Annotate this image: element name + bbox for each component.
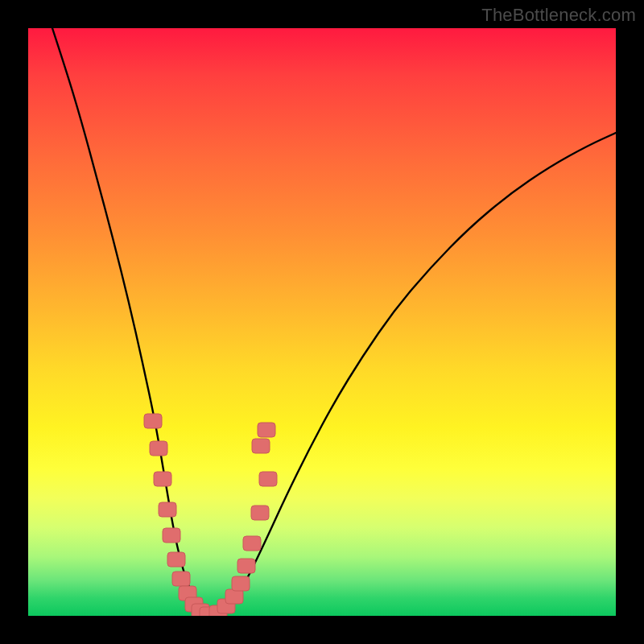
data-marker xyxy=(251,506,269,520)
data-marker xyxy=(243,536,261,551)
data-marker xyxy=(150,441,167,456)
plot-area xyxy=(28,28,616,616)
data-marker xyxy=(172,572,190,586)
data-marker xyxy=(252,439,270,453)
chart-svg xyxy=(28,28,616,616)
data-marker xyxy=(259,472,277,486)
data-marker xyxy=(144,414,162,428)
bottleneck-curve xyxy=(52,28,616,615)
data-marker xyxy=(232,576,250,591)
data-marker xyxy=(163,528,180,543)
chart-frame: TheBottleneck.com xyxy=(0,0,644,644)
watermark-text: TheBottleneck.com xyxy=(481,5,636,26)
data-marker xyxy=(237,559,255,573)
marker-layer xyxy=(144,414,277,616)
data-marker xyxy=(167,552,185,567)
data-marker xyxy=(225,589,243,604)
data-marker xyxy=(154,472,171,486)
data-marker xyxy=(159,502,176,517)
data-marker xyxy=(258,423,275,437)
